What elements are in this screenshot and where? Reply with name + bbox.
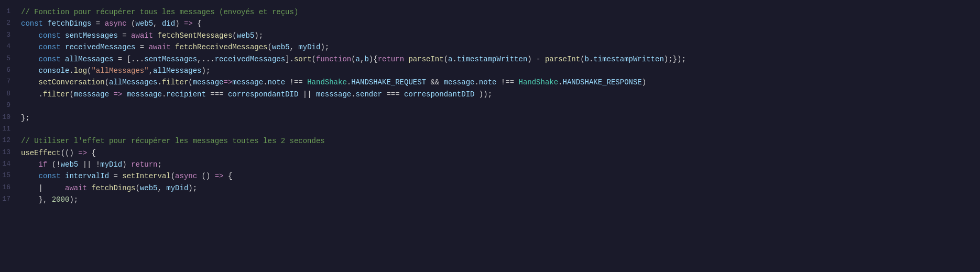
token-default: .	[474, 78, 478, 86]
token-fn: fetchDings	[91, 184, 135, 192]
line-content: | await fetchDings(web5, myDid);	[21, 182, 972, 194]
token-default: ,...	[197, 55, 215, 63]
token-default: (	[69, 90, 73, 99]
token-default	[21, 160, 39, 169]
code-line: 2const fetchDings = async (web5, did) =>…	[0, 18, 980, 29]
token-default: &&	[426, 78, 444, 86]
token-param: messsage	[316, 90, 351, 99]
token-method: filter	[162, 78, 188, 86]
token-default: .	[558, 78, 562, 86]
token-var: correspondantDID	[228, 90, 298, 99]
token-arrow: =>	[215, 172, 224, 180]
line-content: useEffect(() => {	[21, 147, 972, 159]
token-default: =	[118, 31, 131, 40]
token-default	[21, 55, 39, 63]
token-var: console	[39, 67, 70, 75]
line-number: 2	[0, 18, 21, 29]
code-line: 5 const allMessages = [...sentMessages,.…	[0, 53, 980, 65]
token-const-kw: const	[39, 172, 65, 180]
line-number: 10	[0, 112, 21, 123]
code-line: 9	[0, 100, 980, 112]
token-default: (	[580, 55, 584, 63]
token-keyword: await	[65, 184, 87, 192]
token-keyword: if	[39, 160, 48, 169]
token-default: ===	[206, 90, 228, 99]
token-class: HandShake	[307, 78, 347, 86]
token-fn: useEffect	[21, 149, 61, 157]
token-default	[21, 43, 39, 51]
token-param: web5	[272, 43, 290, 51]
token-arrow: =>	[224, 78, 233, 86]
line-content: };	[21, 112, 972, 124]
token-num: 2000	[52, 195, 70, 204]
token-var: myDid	[100, 160, 122, 169]
token-var: sentMessages	[65, 31, 118, 40]
token-default	[21, 67, 39, 75]
token-default: =	[91, 19, 104, 28]
line-content: const allMessages = [...sentMessages,...…	[21, 53, 972, 65]
token-arrow: =>	[184, 19, 193, 28]
token-default: );	[254, 31, 263, 40]
token-default	[47, 184, 65, 192]
code-line: 4 const receivedMessages = await fetchRe…	[0, 41, 980, 53]
code-line: 3 const sentMessages = await fetchSentMe…	[0, 30, 980, 41]
line-number: 3	[0, 30, 21, 41]
token-keyword: return	[131, 160, 157, 169]
token-param: did	[162, 19, 175, 28]
line-content: setConversation(allMessages.filter(messa…	[21, 77, 972, 88]
token-default: ,	[153, 19, 162, 28]
token-default: .	[157, 78, 161, 86]
token-default: ,	[157, 184, 166, 192]
token-param: b	[364, 55, 368, 63]
token-default: );});	[664, 55, 686, 63]
token-default: ...	[131, 55, 144, 63]
token-param: web5	[135, 19, 153, 28]
token-var: fetchDings	[47, 19, 91, 28]
token-default	[21, 31, 39, 40]
token-default: ||	[298, 90, 316, 99]
token-default: ;	[158, 160, 162, 169]
token-default: );	[320, 43, 329, 51]
token-const-kw: const	[39, 31, 65, 40]
token-default: );	[202, 67, 211, 75]
token-method: filter	[43, 90, 69, 99]
token-default: ,	[149, 67, 153, 75]
line-number: 7	[0, 77, 21, 88]
line-content: .filter(messsage => messsage.recipient =…	[21, 89, 972, 100]
token-default	[122, 90, 126, 99]
token-default: .	[347, 78, 351, 86]
token-default	[21, 78, 39, 86]
token-default: (	[312, 55, 316, 63]
token-var: myDid	[166, 184, 188, 192]
token-default: ));	[474, 90, 492, 99]
token-default: ) -	[527, 55, 545, 63]
token-default: );	[69, 195, 78, 204]
token-default: },	[21, 195, 52, 204]
line-number: 6	[0, 65, 21, 76]
line-number: 9	[0, 100, 21, 111]
line-content: }, 2000);	[21, 194, 972, 205]
code-line: 16 | await fetchDings(web5, myDid);	[0, 182, 980, 194]
token-default: .	[263, 78, 267, 86]
token-var: correspondantDID	[404, 90, 474, 99]
code-line: 14 if (!web5 || !myDid) return;	[0, 159, 980, 170]
code-line: 8 .filter(messsage => messsage.recipient…	[0, 89, 980, 100]
token-default: {	[224, 172, 233, 180]
token-prop: note	[268, 78, 286, 86]
line-content: const receivedMessages = await fetchRece…	[21, 41, 972, 53]
code-line: 7 setConversation(allMessages.filter(mes…	[0, 77, 980, 88]
line-number: 13	[0, 147, 21, 158]
token-prop: HANDSHAKE_RESPONSE	[563, 78, 642, 86]
code-line: 11	[0, 124, 980, 135]
token-param: message	[444, 78, 475, 86]
token-default: !==	[285, 78, 307, 86]
token-default: )	[642, 78, 646, 86]
token-default	[21, 172, 39, 180]
token-keyword: await	[131, 31, 153, 40]
token-string: "allMessages"	[91, 67, 148, 75]
token-fn: setConversation	[39, 78, 105, 86]
token-param: messsage	[127, 90, 162, 99]
token-default: .	[452, 55, 456, 63]
token-default: .	[351, 90, 355, 99]
token-default: ()	[197, 172, 215, 180]
